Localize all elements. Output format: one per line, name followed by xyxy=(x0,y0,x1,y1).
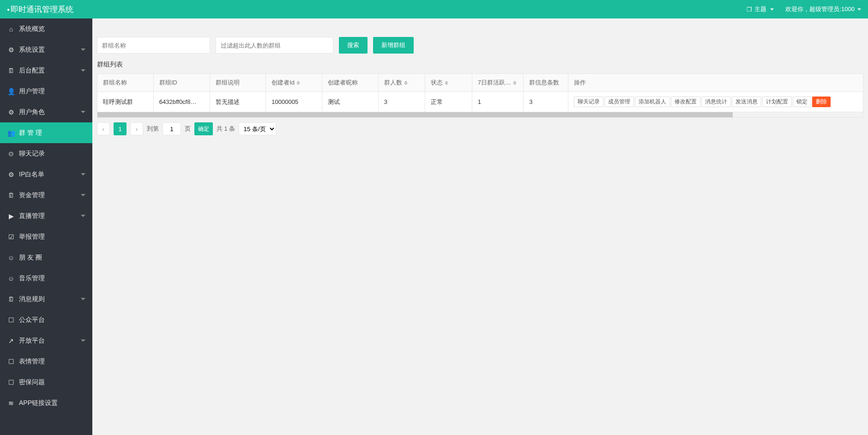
section-title: 群组列表 xyxy=(97,60,863,69)
sidebar-item-14[interactable]: ☐公众平台 xyxy=(0,309,92,330)
sidebar-item-11[interactable]: ☺朋 友 圈 xyxy=(0,247,92,268)
search-button[interactable]: 搜索 xyxy=(339,37,368,54)
col-header-0: 群组名称 xyxy=(97,74,154,92)
sidebar-item-4[interactable]: ⚙用户角色 xyxy=(0,102,92,122)
user-menu[interactable]: 欢迎你，超级管理员:1000 xyxy=(785,5,861,13)
sidebar-icon: 👥 xyxy=(7,129,15,137)
cell-6: 正常 xyxy=(425,92,472,112)
cell-4: 测试 xyxy=(322,92,379,112)
sidebar-item-18[interactable]: ≋APP链接设置 xyxy=(0,393,92,413)
sidebar-item-label: 消息规则 xyxy=(19,295,45,303)
cell-2: 暂无描述 xyxy=(210,92,266,112)
next-page-button[interactable]: › xyxy=(130,122,143,135)
sidebar-item-label: 开放平台 xyxy=(19,337,45,345)
goto-label: 到第 xyxy=(147,125,159,133)
chevron-down-icon xyxy=(857,8,861,11)
col-header-6[interactable]: 状态 xyxy=(425,74,472,92)
sidebar-icon: 👤 xyxy=(7,88,15,95)
action-7-button[interactable]: 锁定 xyxy=(793,97,811,107)
total-count: 共 1 条 xyxy=(217,125,235,133)
sidebar-item-0[interactable]: ⌂系统概览 xyxy=(0,18,92,39)
action-2-button[interactable]: 添加机器人 xyxy=(635,97,670,107)
action-1-button[interactable]: 成员管理 xyxy=(604,97,634,107)
sidebar-icon: ▶ xyxy=(7,212,15,220)
cell-8: 3 xyxy=(524,92,568,112)
sidebar-item-label: 表情管理 xyxy=(19,357,45,366)
cell-3: 10000005 xyxy=(266,92,322,112)
sidebar-item-label: 朋 友 圈 xyxy=(19,254,42,262)
sidebar-item-9[interactable]: ▶直播管理 xyxy=(0,205,92,226)
sidebar-item-label: IP白名单 xyxy=(19,170,44,179)
chevron-down-icon xyxy=(770,8,774,11)
app-title: 即时通讯管理系统 xyxy=(7,4,73,15)
scroll-thumb[interactable] xyxy=(97,112,733,117)
filter-members-input[interactable] xyxy=(216,37,333,54)
per-page-select[interactable]: 15 条/页 xyxy=(239,122,276,135)
action-4-button[interactable]: 消息统计 xyxy=(701,97,731,107)
action-6-button[interactable]: 计划配置 xyxy=(762,97,792,107)
sidebar-icon: ☐ xyxy=(7,358,15,365)
sidebar-item-1[interactable]: ⚙系统设置 xyxy=(0,39,92,60)
sidebar-icon: ☑ xyxy=(7,233,15,241)
action-5-button[interactable]: 发送消息 xyxy=(732,97,761,107)
sidebar-icon: ☺ xyxy=(7,254,15,261)
sidebar-icon: ☐ xyxy=(7,316,15,324)
horizontal-scrollbar[interactable] xyxy=(97,112,863,118)
sidebar-icon: 🗓 xyxy=(7,67,15,74)
group-table: 群组名称群组ID群组说明创建者Id创建者昵称群人数状态7日群活跃…群信息条数操作… xyxy=(97,73,863,112)
action-3-button[interactable]: 修改配置 xyxy=(671,97,700,107)
sidebar-item-12[interactable]: ☺音乐管理 xyxy=(0,268,92,289)
welcome-text: 欢迎你，超级管理员:1000 xyxy=(785,5,855,13)
sidebar-item-17[interactable]: ☐密保问题 xyxy=(0,372,92,393)
col-header-7[interactable]: 7日群活跃… xyxy=(472,74,524,92)
sort-icon xyxy=(296,81,300,85)
sidebar-item-6[interactable]: ⊙聊天记录 xyxy=(0,143,92,164)
sidebar-item-label: 资金管理 xyxy=(19,191,45,199)
sidebar-item-5[interactable]: 👥群 管 理 xyxy=(0,122,92,143)
sidebar-item-label: 后台配置 xyxy=(19,66,45,75)
sidebar-item-label: 用户管理 xyxy=(19,87,45,96)
col-header-3[interactable]: 创建者Id xyxy=(266,74,322,92)
sidebar-item-13[interactable]: 🗓消息规则 xyxy=(0,289,92,309)
group-name-input[interactable] xyxy=(97,37,210,54)
sidebar-icon: ⌂ xyxy=(7,25,15,33)
sidebar-item-label: 直播管理 xyxy=(19,212,45,220)
sidebar-icon: 🗓 xyxy=(7,296,15,303)
sidebar-item-16[interactable]: ☐表情管理 xyxy=(0,351,92,372)
goto-page-input[interactable] xyxy=(163,122,181,135)
sidebar-icon: ⊙ xyxy=(7,150,15,157)
action-8-button[interactable]: 删除 xyxy=(812,97,831,107)
sidebar: ⌂系统概览⚙系统设置🗓后台配置👤用户管理⚙用户角色👥群 管 理⊙聊天记录⚙IP白… xyxy=(0,18,92,435)
sidebar-item-label: 系统概览 xyxy=(19,25,45,33)
page-suffix: 页 xyxy=(185,125,191,133)
sidebar-icon: ☐ xyxy=(7,379,15,386)
sidebar-icon: 🗓 xyxy=(7,192,15,199)
col-header-5[interactable]: 群人数 xyxy=(378,74,425,92)
actions-cell: 聊天记录成员管理添加机器人修改配置消息统计发送消息计划配置锁定删除 xyxy=(568,92,863,112)
sidebar-item-10[interactable]: ☑举报管理 xyxy=(0,226,92,247)
sidebar-item-15[interactable]: ↗开放平台 xyxy=(0,330,92,351)
action-0-button[interactable]: 聊天记录 xyxy=(574,97,603,107)
sidebar-item-label: 用户角色 xyxy=(19,108,45,116)
prev-page-button[interactable]: ‹ xyxy=(97,122,110,135)
sidebar-item-label: 系统设置 xyxy=(19,46,45,54)
goto-confirm-button[interactable]: 确定 xyxy=(194,122,213,135)
col-header-8: 群信息条数 xyxy=(524,74,568,92)
sidebar-item-7[interactable]: ⚙IP白名单 xyxy=(0,164,92,185)
sidebar-item-2[interactable]: 🗓后台配置 xyxy=(0,60,92,81)
sidebar-item-label: APP链接设置 xyxy=(19,399,58,407)
sidebar-item-8[interactable]: 🗓资金管理 xyxy=(0,185,92,205)
theme-selector[interactable]: 主题 xyxy=(747,5,774,13)
sort-icon xyxy=(404,81,408,85)
sidebar-item-label: 举报管理 xyxy=(19,233,45,241)
sidebar-item-label: 群 管 理 xyxy=(19,129,42,137)
sidebar-icon: ⚙ xyxy=(7,109,15,116)
main-content: 搜索 新增群组 群组列表 群组名称群组ID群组说明创建者Id创建者昵称群人数状态… xyxy=(92,18,868,435)
table-row: 哇呼测试群6432bff0cf8…暂无描述10000005测试3正常13聊天记录… xyxy=(97,92,863,112)
add-group-button[interactable]: 新增群组 xyxy=(373,37,414,54)
sidebar-item-3[interactable]: 👤用户管理 xyxy=(0,81,92,102)
sidebar-item-label: 公众平台 xyxy=(19,316,45,324)
page-1-button[interactable]: 1 xyxy=(114,122,127,135)
sidebar-icon: ↗ xyxy=(7,337,15,344)
search-bar: 搜索 新增群组 xyxy=(97,37,863,54)
